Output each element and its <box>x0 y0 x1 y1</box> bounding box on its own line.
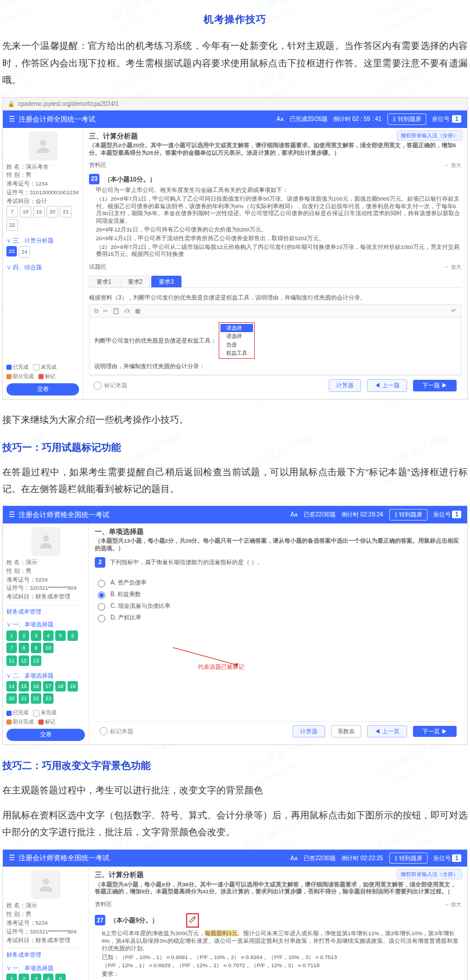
tab-req2[interactable]: 要求2 <box>120 276 151 288</box>
question-nav-number[interactable]: 8 <box>19 643 29 653</box>
question-nav-number[interactable]: 18 <box>55 681 66 692</box>
calculator-button[interactable]: 计算器 <box>293 725 325 738</box>
answer-editor[interactable]: 判断甲公司发行的优先股是负债还是权益工具： 请选择 请选择 负债 权益工具 说明… <box>89 317 461 375</box>
cut-icon[interactable]: ✂ <box>103 307 108 315</box>
question-nav-sidebar: 姓 名：演示考生 性 别：男 准考证号：1234 证件号：31012000010… <box>3 128 83 399</box>
question-nav-number[interactable]: 4 <box>43 974 54 980</box>
timer-label: 倒计时 <box>333 116 351 122</box>
question-nav-number[interactable]: 9 <box>31 643 41 653</box>
expand-button[interactable]: ↔ 放大 <box>444 901 461 908</box>
question-nav-number[interactable]: 15 <box>19 681 29 692</box>
question-nav-number[interactable]: 7 <box>6 643 17 653</box>
highlight-button[interactable] <box>186 913 199 928</box>
question-number-badge: 27 <box>95 915 105 925</box>
mark-question-checkbox[interactable]: 标记本题 <box>99 727 133 735</box>
submit-button[interactable]: 交卷 <box>6 383 79 395</box>
question-nav-number[interactable]: 21 <box>19 693 29 704</box>
question-nav-number[interactable]: 16 <box>31 681 41 692</box>
expand-button[interactable]: ↔ 放大 <box>444 162 461 169</box>
section-header[interactable]: ∨ 三、计算分析题 <box>6 237 79 245</box>
prev-button[interactable]: ◀ 上一题 <box>367 379 407 392</box>
question-nav-number[interactable]: 22 <box>6 219 18 231</box>
question-nav-number[interactable]: 19 <box>67 681 78 692</box>
question-number-badge: 2 <box>95 557 105 568</box>
switch-screen-button[interactable]: ‖ 转到题屏 <box>389 509 428 521</box>
requirement-text: 根据资料（3），判断甲公司发行的优先股是负债还是权益工具，说明理由，并编制发行优… <box>89 290 461 304</box>
option-d[interactable]: D. 产权比率 <box>95 613 461 622</box>
font-size-icon[interactable]: Aᴀ <box>276 115 284 123</box>
formula-icon[interactable]: √x <box>124 307 130 315</box>
screenshot-1: 🔒 cpademo.joytest.org/demo/t/cpa2024/1 ☰… <box>2 97 468 400</box>
expand-button[interactable]: ↔ 放大 <box>444 263 461 270</box>
table-icon[interactable]: ▦ <box>135 307 140 315</box>
tab-req3[interactable]: 要求3 <box>151 276 181 288</box>
tab-req1[interactable]: 要求1 <box>89 276 119 288</box>
undo-icon[interactable]: ↶ <box>451 307 456 315</box>
question-nav-number[interactable]: 3 <box>31 974 41 980</box>
exam-name: 注册会计师资格全国统一考试 <box>19 853 109 863</box>
section-header[interactable]: ∨ 一、单项选择题 <box>6 964 85 972</box>
question-nav-number[interactable]: 10 <box>43 643 54 653</box>
question-section-desc: （本题型共4小题，每小题9分，共36分。其中一道小题可以选用中文或英文解答，请仔… <box>95 881 461 896</box>
submit-button[interactable]: 交卷 <box>6 729 85 741</box>
question-nav-number[interactable]: 14 <box>6 681 17 692</box>
question-nav-number[interactable]: 23 <box>6 246 17 256</box>
question-nav-number[interactable]: 20 <box>47 206 58 218</box>
question-nav-number[interactable]: 5 <box>55 974 66 980</box>
timer-value: 02:22:25 <box>361 855 383 861</box>
option-a[interactable]: A. 资产负债率 <box>95 578 461 587</box>
answer-dropdown[interactable]: 请选择 请选择 负债 权益工具 <box>219 322 255 359</box>
calculator-button[interactable]: 计算器 <box>329 379 361 392</box>
font-size-icon[interactable]: Aᴀ <box>290 854 298 863</box>
material-text: 甲公司为一家上市公司。相关年度发生与金融工具有关的交易或事项如下：（1）20×8… <box>89 187 461 259</box>
question-nav-number[interactable]: 11 <box>6 655 17 666</box>
material-text: B上市公司本年度的净收益为3000万元，每股股利3元。预计公司未来三年进入成长期… <box>95 930 461 979</box>
next-button[interactable]: 下一页 ▶ <box>413 726 457 737</box>
section-header[interactable]: ∨ 二、多项选择题 <box>6 672 85 680</box>
timer-value: 02:28:24 <box>361 511 383 518</box>
question-nav-number[interactable]: 17 <box>43 681 54 692</box>
copy-icon[interactable]: ⧉ <box>94 307 98 315</box>
switch-screen-button[interactable]: ‖ 转到题屏 <box>387 113 426 125</box>
question-nav-number[interactable]: 21 <box>60 206 72 218</box>
intro-paragraph: 先来一个温馨提醒：官方给出的机考练习系统，今年有一处新变化，针对主观题。当作答区… <box>2 37 468 88</box>
question-nav-number[interactable]: 24 <box>19 246 30 258</box>
ime-indicator[interactable]: 微软拼音输入法（全拼） <box>397 869 462 879</box>
section-header[interactable]: ∨ 一、单项选择题 <box>6 621 85 629</box>
question-nav-number[interactable]: 13 <box>31 655 41 666</box>
question-nav-number[interactable]: 1 <box>6 974 17 980</box>
question-nav-number[interactable]: 18 <box>20 206 31 218</box>
question-nav-number[interactable]: 2 <box>19 630 29 641</box>
font-size-icon[interactable]: Aᴀ <box>290 511 298 519</box>
question-nav-number[interactable]: 7 <box>6 206 18 218</box>
question-nav-number[interactable]: 4 <box>43 630 54 641</box>
mark-question-checkbox[interactable]: 标记本题 <box>94 382 127 390</box>
question-nav-number[interactable]: 3 <box>31 630 41 641</box>
menu-icon[interactable]: ☰ <box>9 115 15 124</box>
next-button[interactable]: 下一题 ▶ <box>413 380 457 391</box>
option-b[interactable]: B. 权益乘数 <box>95 590 461 599</box>
prev-button[interactable]: ◀ 上一页 <box>367 725 407 738</box>
menu-icon[interactable]: ☰ <box>9 853 15 863</box>
question-nav-number[interactable]: 2 <box>19 974 29 980</box>
svg-point-56 <box>40 140 46 146</box>
menu-icon[interactable]: ☰ <box>9 510 15 519</box>
tip2-body-2: 用鼠标在资料区选中文字（包括数字、符号、算式、会计分录等）后，再用鼠标点击如下图… <box>2 807 468 841</box>
question-nav-number[interactable]: 5 <box>55 630 66 641</box>
progress-text: 已答22/30题 <box>304 511 336 519</box>
option-c[interactable]: C. 现金流量与负债比率 <box>95 601 461 611</box>
question-nav-number[interactable]: 23 <box>43 693 54 704</box>
switch-screen-button[interactable]: ‖ 转到题屏 <box>389 853 428 864</box>
section-header[interactable]: ∨ 四、综合题 <box>6 263 79 272</box>
question-nav-number[interactable]: 1 <box>6 630 17 641</box>
coefficient-table-button[interactable]: 系数表 <box>331 725 361 738</box>
question-nav-number[interactable]: 19 <box>33 206 45 218</box>
question-nav-number[interactable]: 12 <box>19 655 29 666</box>
tip1-heading: 技巧一：巧用试题标记功能 <box>2 439 468 457</box>
question-nav-number[interactable]: 22 <box>31 693 41 704</box>
question-nav-number[interactable]: 6 <box>67 630 78 641</box>
exam-name: 注册会计师资格全国统一考试 <box>19 510 109 519</box>
question-nav-number[interactable]: 20 <box>6 693 17 704</box>
paste-icon[interactable]: 📋 <box>112 307 119 315</box>
ime-indicator[interactable]: 微软拼音输入法（全拼） <box>397 130 462 141</box>
